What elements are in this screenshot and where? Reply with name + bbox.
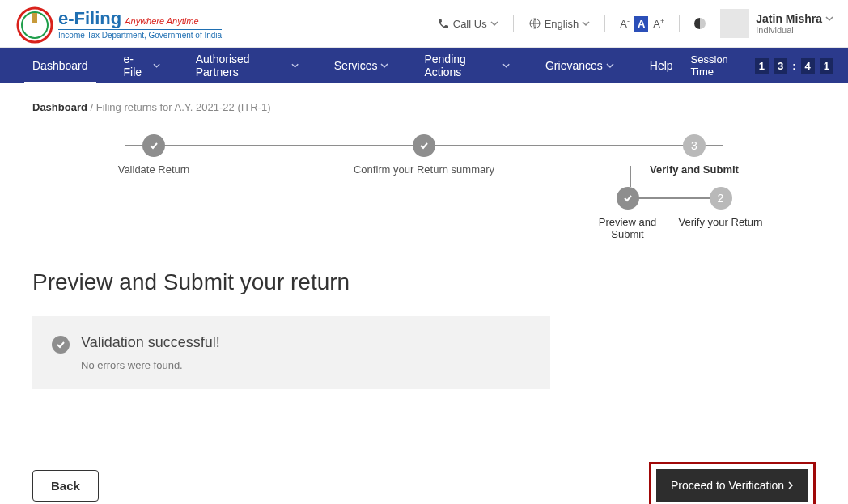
breadcrumb: Dashboard / Filing returns for A.Y. 2021…	[32, 101, 816, 113]
chevron-right-icon	[787, 481, 794, 489]
step-label: Validate Return	[118, 163, 190, 176]
step-check-icon	[142, 134, 165, 157]
divider	[679, 15, 680, 32]
nav-dashboard[interactable]: Dashboard	[15, 48, 106, 83]
nav-efile[interactable]: e-File	[106, 48, 178, 83]
user-name-label: Jatin Mishra	[756, 12, 822, 25]
chevron-down-icon	[291, 61, 299, 70]
font-default-button[interactable]: A	[634, 16, 648, 32]
nav-grievances[interactable]: Grievances	[528, 48, 632, 83]
validation-subtext: No errors were found.	[81, 359, 220, 371]
brand-title: e‑Filing	[58, 8, 121, 29]
font-decrease-button[interactable]: A-	[620, 17, 630, 30]
contrast-toggle-icon[interactable]	[694, 18, 706, 29]
proceed-highlight-box: Proceed to Verification	[649, 462, 816, 504]
govt-emblem-icon	[15, 5, 52, 42]
user-role-label: Individual	[756, 25, 833, 35]
session-label: Session Time	[691, 53, 750, 78]
breadcrumb-root[interactable]: Dashboard	[32, 101, 87, 113]
divider	[604, 15, 605, 32]
nav-authorised-partners[interactable]: Authorised Partners	[178, 48, 316, 83]
session-digit: 1	[820, 58, 833, 74]
success-check-icon	[52, 336, 70, 354]
step-number-icon: 3	[683, 134, 706, 157]
session-digit: 1	[755, 58, 769, 74]
step-label: Confirm your Return summary	[354, 163, 494, 176]
nav-pending-actions[interactable]: Pending Actions	[406, 48, 528, 83]
step-label: Verify and Submit	[650, 163, 739, 176]
step-confirm-summary: Confirm your Return summary	[351, 134, 497, 176]
chevron-down-icon	[380, 61, 388, 70]
brand-block: e‑Filing Anywhere Anytime Income Tax Dep…	[15, 5, 222, 42]
validation-card: Validation successful! No errors were fo…	[32, 316, 550, 389]
chevron-down-icon	[490, 19, 498, 28]
session-digit: 3	[774, 58, 787, 74]
step-check-icon	[617, 187, 639, 210]
step-number-icon: 2	[710, 187, 732, 210]
brand-tagline: Anywhere Anytime	[125, 16, 198, 26]
validation-title: Validation successful!	[81, 334, 220, 351]
substep-preview-submit: Preview and Submit	[581, 187, 674, 240]
back-button[interactable]: Back	[32, 470, 99, 502]
top-right-controls: Call Us English A- A A+ Jatin Mishra Ind…	[437, 9, 833, 38]
main-nav: Dashboard e-File Authorised Partners Ser…	[0, 48, 848, 83]
session-digit: 4	[801, 58, 815, 74]
avatar	[720, 9, 749, 38]
chevron-down-icon	[582, 19, 590, 28]
progress-stepper: Validate Return Confirm your Return summ…	[81, 134, 767, 240]
session-colon: :	[792, 60, 795, 72]
language-selector[interactable]: English	[528, 17, 591, 30]
globe-icon	[528, 17, 541, 30]
phone-icon	[437, 17, 450, 30]
proceed-label: Proceed to Verification	[671, 479, 784, 492]
substep-label: Verify your Return	[678, 216, 762, 228]
proceed-to-verification-button[interactable]: Proceed to Verification	[656, 469, 808, 502]
step-check-icon	[413, 134, 435, 157]
svg-rect-2	[32, 13, 37, 23]
step-validate-return: Validate Return	[81, 134, 227, 176]
chevron-down-icon	[502, 61, 510, 70]
substep-label: Preview and Submit	[581, 216, 674, 240]
font-size-controls: A- A A+	[620, 16, 664, 32]
substep-verify-return: 2 Verify your Return	[674, 187, 767, 228]
page-title: Preview and Submit your return	[32, 269, 816, 295]
brand-dept: Income Tax Department, Government of Ind…	[58, 29, 222, 40]
divider	[513, 15, 514, 32]
font-increase-button[interactable]: A+	[653, 17, 664, 30]
chevron-down-icon	[606, 61, 614, 70]
chevron-down-icon	[825, 15, 833, 23]
language-label: English	[545, 18, 579, 30]
call-us-link[interactable]: Call Us	[437, 17, 498, 30]
nav-services[interactable]: Services	[316, 48, 407, 83]
top-header: e‑Filing Anywhere Anytime Income Tax Dep…	[0, 0, 848, 48]
session-timer: Session Time 1 3 : 4 1	[691, 53, 833, 78]
nav-help[interactable]: Help	[632, 48, 691, 83]
call-us-label: Call Us	[453, 18, 487, 30]
step-verify-submit: 3 Verify and Submit	[621, 134, 767, 176]
breadcrumb-trail: / Filing returns for A.Y. 2021-22 (ITR-1…	[91, 101, 271, 113]
chevron-down-icon	[153, 61, 160, 70]
user-menu[interactable]: Jatin Mishra Individual	[720, 9, 833, 38]
